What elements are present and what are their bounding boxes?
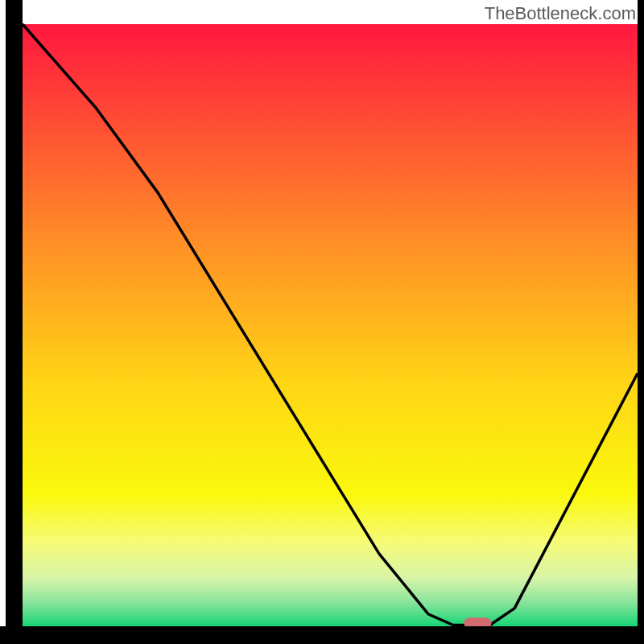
- bottleneck-chart: [0, 0, 644, 644]
- axis-right: [638, 0, 644, 644]
- axis-bottom: [0, 626, 644, 644]
- chart-container: TheBottleneck.com: [0, 0, 644, 644]
- gradient-background: [23, 24, 638, 626]
- axis-left: [6, 0, 23, 644]
- watermark-label: TheBottleneck.com: [485, 3, 636, 24]
